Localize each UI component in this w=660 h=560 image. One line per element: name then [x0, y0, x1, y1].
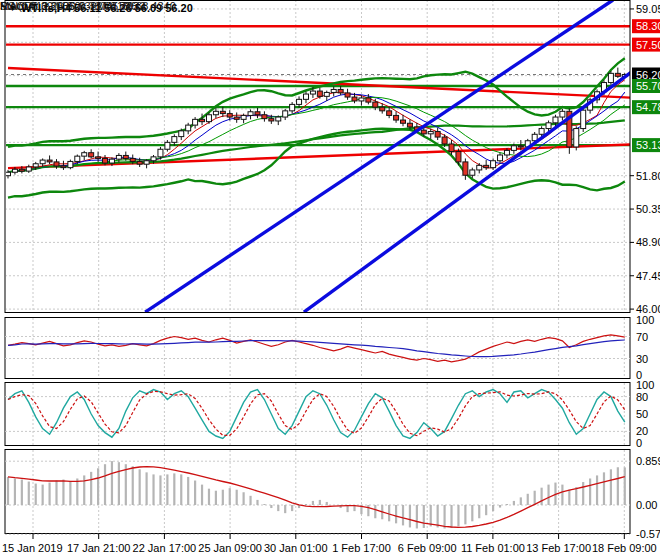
rsi-tick-label: 100 [636, 314, 654, 326]
candle-body [193, 119, 198, 125]
y-tick-label: 50.35 [636, 203, 660, 215]
y-tick-label: 59.05 [636, 3, 660, 15]
candle-body [477, 165, 482, 170]
candle-body [435, 132, 440, 138]
candle-body [324, 92, 329, 96]
candle-body [179, 131, 184, 137]
candle-body [234, 117, 239, 119]
candle-body [615, 73, 620, 76]
candle-body [213, 111, 218, 114]
candle-body [401, 120, 406, 123]
candle-body [241, 115, 246, 119]
candle-body [103, 158, 108, 163]
candle-body [317, 91, 322, 96]
candle-body [297, 99, 302, 104]
time-label: 17 Jan 21:00 [67, 542, 131, 554]
time-label: 25 Jan 09:00 [198, 542, 262, 554]
rsi-tick-label: 30 [636, 353, 648, 365]
y-tick-label: 48.90 [636, 236, 660, 248]
candle-body [407, 123, 412, 127]
candle-body [269, 119, 274, 121]
candle-body [338, 89, 343, 92]
price-badge-label: 56.20 [636, 69, 660, 81]
candle-body [255, 112, 260, 115]
y-tick-label: 51.80 [636, 170, 660, 182]
candle-body [470, 170, 475, 175]
candle-body [262, 115, 267, 119]
candle-body [290, 104, 295, 110]
candle-body [303, 94, 308, 99]
candle-body [380, 107, 385, 111]
candle-body [54, 162, 59, 166]
candle-body [553, 117, 558, 123]
candle-body [19, 169, 24, 171]
candle-body [366, 98, 371, 102]
candle-body [331, 89, 336, 92]
candle-body [345, 93, 350, 97]
candle-body [33, 164, 38, 167]
candle-body [310, 91, 315, 94]
candle-body [130, 158, 135, 161]
candle-body [463, 162, 468, 175]
candle-body [151, 157, 156, 161]
macd-tick-label: 0.859 [636, 455, 660, 467]
chart-canvas[interactable]: 59.0551.8050.3548.9047.4546.0058.3057.50… [0, 0, 660, 560]
candle-body [68, 161, 73, 167]
candle-body [200, 119, 205, 121]
candle-body [428, 132, 433, 134]
time-label: 15 Jan 2019 [2, 542, 63, 554]
candle-body [137, 161, 142, 164]
time-label: 11 Feb 01:00 [461, 542, 525, 554]
candle-body [123, 155, 128, 158]
candle-body [89, 153, 94, 157]
time-label: 30 Jan 01:00 [264, 542, 328, 554]
candle-body [206, 115, 211, 122]
candle-body [442, 137, 447, 144]
candle-body [498, 155, 503, 161]
price-badge-label: 55.70 [636, 80, 660, 92]
candle-body [484, 165, 489, 167]
candle-body [96, 157, 101, 159]
candle-body [449, 144, 454, 152]
candle-body [373, 102, 378, 107]
stoch-tick-label: 100 [636, 379, 654, 391]
candle-body [61, 166, 66, 168]
time-label: 1 Feb 17:00 [332, 542, 391, 554]
price-badge-label: 57.50 [636, 39, 660, 51]
candle-body [82, 153, 87, 156]
candle-body [283, 111, 288, 117]
candle-body [47, 160, 52, 162]
candle-body [560, 111, 565, 117]
candle-body [546, 123, 551, 129]
candle-body [352, 97, 357, 101]
candle-body [456, 152, 461, 162]
time-label: 13 Feb 17:00 [526, 542, 591, 554]
candle-body [227, 114, 232, 117]
candle-body [574, 129, 579, 147]
y-tick-label: 47.45 [636, 270, 660, 282]
candle-body [518, 146, 523, 147]
macd-tick-label: 0.00 [636, 499, 657, 511]
stoch-tick-label: 20 [636, 425, 648, 437]
trading-chart-window: 59.0551.8050.3548.9047.4546.0058.3057.50… [0, 0, 660, 560]
candle-body [504, 150, 509, 155]
rsi-tick-label: 70 [636, 331, 648, 343]
candle-body [186, 125, 191, 131]
price-badge-label: 53.13 [636, 139, 660, 151]
price-badge-label: 54.78 [636, 101, 660, 113]
candle-body [394, 115, 399, 120]
time-label: 6 Feb 09:00 [398, 542, 457, 554]
stoch-tick-label: 0 [636, 437, 642, 449]
candle-body [491, 161, 496, 168]
macd-tick-label: -0.575 [636, 528, 660, 540]
time-label: 18 Feb 09:00 [592, 542, 657, 554]
candle-body [75, 156, 80, 161]
candle-body [359, 98, 364, 101]
candle-body [116, 155, 121, 159]
candle-body [511, 146, 516, 151]
candle-body [12, 169, 17, 172]
candle-body [40, 160, 45, 164]
candle-body [109, 159, 114, 163]
stoch-tick-label: 80 [636, 391, 648, 403]
candle-body [387, 111, 392, 116]
